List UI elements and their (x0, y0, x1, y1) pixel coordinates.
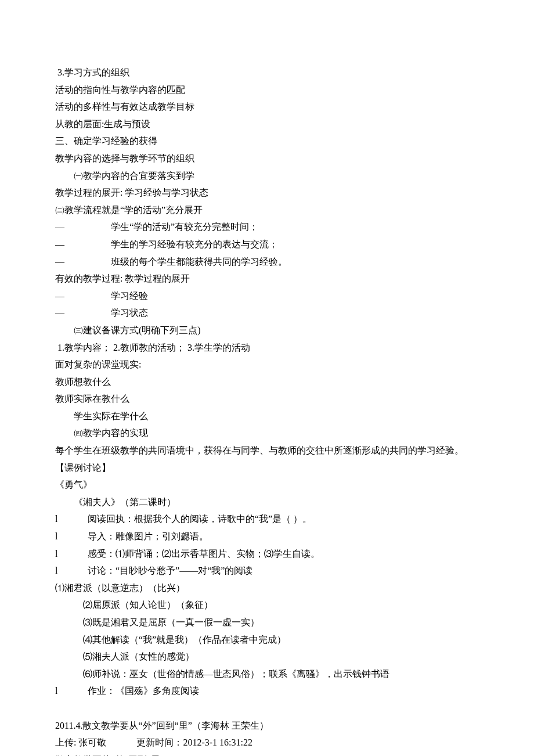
text-line: ⑹师补说：巫女（世俗的情感—世态风俗）；联系《离骚》，出示钱钟书语 (55, 665, 479, 683)
dash-text: 班级的每个学生都能获得共同的学习经验。 (111, 253, 287, 271)
text-line: ⑵屈原派（知人论世）（象征） (55, 596, 479, 614)
text-line: ㈡教学流程就是“学的活动”充分展开 (55, 201, 479, 219)
list-text: 感受：⑴师背诵；⑵出示香草图片、实物；⑶学生自读。 (88, 545, 320, 563)
text-line: 教师想教什么 (55, 373, 479, 391)
list-item: l 导入：雕像图片；引刘勰语。 (55, 528, 479, 545)
dash-text: 学习状态 (111, 304, 148, 322)
l-mark: l (55, 545, 88, 563)
text-line: 教师实际在教什么 (55, 390, 479, 408)
text-line: 学生实际在学什么 (55, 408, 479, 425)
upload-info: 上传: 张可敬 更新时间：2012-3-1 16:31:22 (55, 734, 479, 751)
dash-item: — 学习状态 (55, 304, 479, 322)
text-line: 教学过程的展开: 学习经验与学习状态 (55, 184, 479, 201)
text-line: 有效的教学过程: 教学过程的展开 (55, 270, 479, 287)
subtitle: 散文教学要从“外”回到“里” (55, 751, 479, 756)
title: 《勇气》 (55, 476, 479, 494)
dash-item: — 班级的每个学生都能获得共同的学习经验。 (55, 253, 479, 271)
list-item: l 讨论：“目眇眇兮愁予”——对“我”的阅读 (55, 562, 479, 579)
list-item: l 感受：⑴师背诵；⑵出示香草图片、实物；⑶学生自读。 (55, 545, 479, 563)
dash-item: — 学生的学习经验有较充分的表达与交流； (55, 236, 479, 253)
paragraph: 每个学生在班级教学的共同语境中，获得在与同学、与教师的交往中所逐渐形成的共同的学… (55, 442, 479, 459)
text-line: 3.学习方式的组织 (55, 64, 479, 81)
dash-icon: — (55, 287, 111, 305)
l-mark: l (55, 682, 88, 700)
list-text: 导入：雕像图片；引刘勰语。 (88, 528, 208, 545)
dash-icon: — (55, 236, 111, 253)
list-text: 作业：《国殇》多角度阅读 (88, 682, 199, 700)
text-line: ⑴湘君派（以意逆志）（比兴） (55, 579, 479, 597)
dash-icon: — (55, 218, 111, 236)
text-line: 活动的多样性与有效达成教学目标 (55, 98, 479, 116)
dash-item: — 学生“学的活动”有较充分完整时间； (55, 218, 479, 236)
list-item: l 作业：《国殇》多角度阅读 (55, 682, 479, 700)
dash-text: 学生的学习经验有较充分的表达与交流； (111, 236, 278, 253)
list-text: 阅读回执：根据我个人的阅读，诗歌中的“我”是（ ）。 (88, 510, 312, 528)
text-line: 1.教学内容； 2.教师教的活动； 3.学生学的活动 (55, 339, 479, 357)
text-line: ㈢建议备课方式(明确下列三点) (55, 322, 479, 339)
text-line: 从教的层面:生成与预设 (55, 116, 479, 133)
dash-item: — 学习经验 (55, 287, 479, 305)
text-line: ⑷其他解读（“我”就是我）（作品在读者中完成） (55, 631, 479, 649)
dash-icon: — (55, 253, 111, 271)
dash-icon: — (55, 304, 111, 322)
title: 《湘夫人》（第二课时） (55, 494, 479, 511)
list-text: 讨论：“目眇眇兮愁予”——对“我”的阅读 (88, 562, 252, 579)
text-line: ⑶既是湘君又是屈原（一真一假一虚一实） (55, 614, 479, 631)
text-line: 面对复杂的课堂现实: (55, 356, 479, 373)
list-item: l 阅读回执：根据我个人的阅读，诗歌中的“我”是（ ）。 (55, 510, 479, 528)
text-line: ㈣教学内容的实现 (55, 424, 479, 442)
dash-text: 学习经验 (111, 287, 148, 305)
text-line: 活动的指向性与教学内容的匹配 (55, 81, 479, 99)
text-line: ⑸湘夫人派（女性的感觉） (55, 648, 479, 665)
article-title: 2011.4.散文教学要从“外”回到“里”（李海林 王荣生） (55, 717, 479, 735)
text-line: 教学内容的选择与教学环节的组织 (55, 150, 479, 167)
text-line: ㈠教学内容的合宜要落实到学 (55, 167, 479, 185)
dash-text: 学生“学的活动”有较充分完整时间； (111, 218, 258, 236)
l-mark: l (55, 528, 88, 545)
spacer (55, 700, 479, 717)
discussion-heading: 【课例讨论】 (55, 459, 479, 477)
l-mark: l (55, 510, 88, 528)
l-mark: l (55, 562, 88, 579)
section-heading: 三、确定学习经验的获得 (55, 132, 479, 150)
